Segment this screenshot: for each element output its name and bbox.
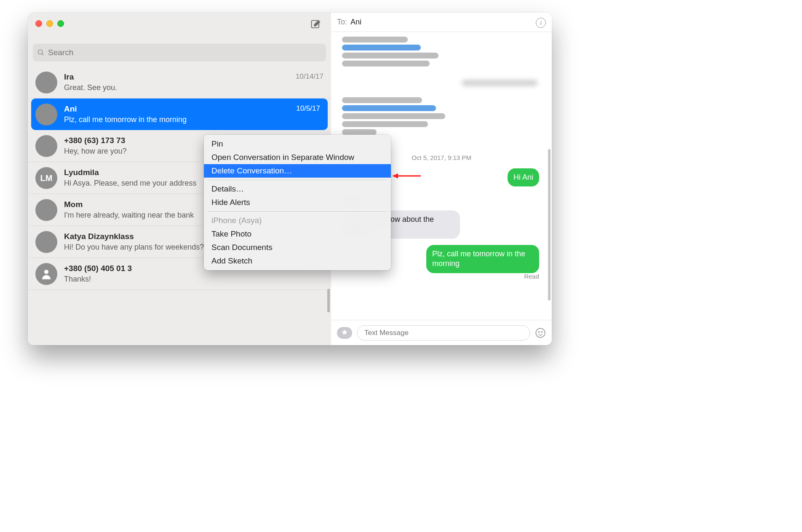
message-preview: Great. See you.	[64, 83, 324, 92]
outgoing-message[interactable]: Plz, call me tomorrow in the morning	[426, 245, 539, 273]
context-menu: Pin Open Conversation in Separate Window…	[204, 135, 391, 270]
read-receipt: Read	[524, 273, 539, 280]
contact-name: Ira	[64, 72, 324, 82]
menu-item-pin[interactable]: Pin	[204, 137, 391, 151]
svg-point-6	[541, 331, 542, 332]
menu-item-hide-alerts[interactable]: Hide Alerts	[204, 196, 391, 209]
minimize-window-button[interactable]	[46, 20, 53, 27]
menu-item-delete-conversation[interactable]: Delete Conversation…	[204, 164, 391, 178]
blurred-message	[342, 35, 452, 69]
message-preview: Thanks!	[64, 275, 324, 284]
message-input[interactable]	[357, 325, 530, 340]
search-field[interactable]	[33, 44, 326, 61]
window-controls	[35, 20, 64, 27]
conversation-row[interactable]: Ira Great. See you. 10/14/17	[28, 66, 331, 98]
conversation-date: 10/14/17	[296, 72, 323, 81]
chat-header: To: Ani i	[331, 13, 552, 32]
blurred-timestamp	[462, 80, 537, 86]
zoom-window-button[interactable]	[57, 20, 64, 27]
menu-section-header: iPhone (Asya)	[204, 214, 391, 227]
search-input[interactable]	[47, 48, 322, 58]
details-info-button[interactable]: i	[536, 18, 546, 28]
chat-scrollbar[interactable]	[548, 34, 551, 303]
svg-point-4	[536, 328, 545, 338]
menu-item-add-sketch[interactable]: Add Sketch	[204, 254, 391, 268]
conversation-date: 10/5/17	[296, 104, 320, 113]
avatar-initials: LM	[35, 167, 57, 189]
menu-item-open-separate[interactable]: Open Conversation in Separate Window	[204, 151, 391, 164]
svg-line-2	[42, 53, 43, 55]
blurred-message	[342, 95, 457, 137]
menu-separator	[208, 211, 387, 212]
message-input-bar	[331, 320, 552, 345]
to-label: To:	[337, 18, 347, 27]
message-text-field[interactable]	[364, 328, 524, 338]
conversation-row-selected[interactable]: Ani Plz, call me tomorrow in the morning…	[31, 98, 328, 130]
avatar-placeholder	[35, 263, 57, 285]
avatar	[35, 199, 57, 221]
menu-item-scan-documents[interactable]: Scan Documents	[204, 241, 391, 254]
menu-item-take-photo[interactable]: Take Photo	[204, 227, 391, 241]
avatar	[35, 231, 57, 253]
menu-item-details[interactable]: Details…	[204, 182, 391, 196]
avatar	[35, 135, 57, 157]
apps-button[interactable]	[337, 327, 352, 339]
search-icon	[37, 49, 45, 56]
avatar	[35, 104, 57, 125]
menu-separator	[208, 180, 387, 180]
messages-window: Ira Great. See you. 10/14/17 Ani Plz, ca…	[28, 13, 552, 345]
close-window-button[interactable]	[35, 20, 42, 27]
svg-point-3	[44, 270, 48, 274]
contact-name: Ani	[64, 104, 321, 114]
compose-button[interactable]	[310, 19, 322, 30]
to-value[interactable]: Ani	[350, 18, 361, 27]
outgoing-message[interactable]: Hi Ani	[508, 168, 539, 186]
svg-point-5	[539, 331, 540, 332]
emoji-picker-button[interactable]	[535, 327, 546, 338]
message-preview: Plz, call me tomorrow in the morning	[64, 115, 321, 124]
svg-point-1	[38, 50, 43, 54]
avatar	[35, 72, 57, 93]
